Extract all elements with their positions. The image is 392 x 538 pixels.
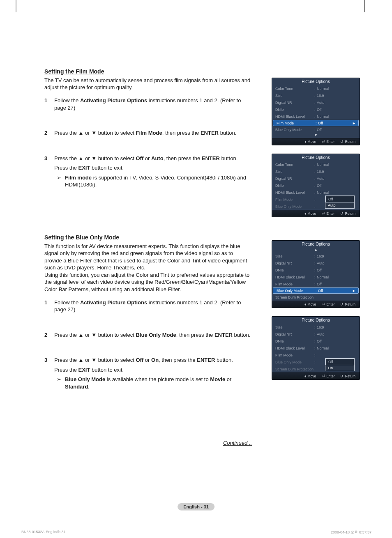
text: Press the bbox=[54, 367, 78, 373]
bold: Activating Picture Options bbox=[80, 97, 147, 103]
imprint-right: 2008-04-18 오후 8:37:37 bbox=[331, 530, 371, 535]
osd-row: Color Tone: Normal bbox=[272, 161, 360, 168]
step-a3: 3 Press the ▲ or ▼ button to select Off … bbox=[44, 155, 252, 189]
osd-row-value: Normal bbox=[317, 163, 356, 167]
osd-row: Size: 16:9 bbox=[272, 324, 360, 331]
osd-row-value: 16:9 bbox=[317, 94, 356, 98]
imprint-left: BN68-01532A-Eng.indb 31 bbox=[21, 530, 66, 535]
step-body: Follow the Activating Picture Options in… bbox=[54, 97, 252, 114]
bold: Blue Only Mode bbox=[65, 376, 105, 382]
osd-row: Film Mode:OffAuto bbox=[272, 196, 360, 203]
text: , then press the bbox=[164, 155, 202, 161]
bold: ENTER bbox=[197, 357, 215, 363]
osd-colon: : bbox=[314, 353, 317, 357]
step-number: 2 bbox=[44, 331, 54, 341]
osd-row: Size: 16:9 bbox=[272, 168, 360, 175]
step-body: Press the ▲ or ▼ button to select Off or… bbox=[54, 155, 252, 189]
text: button. bbox=[219, 130, 236, 136]
section-title-film-mode: Setting the Film Mode bbox=[44, 68, 252, 76]
osd-title: Picture Options bbox=[272, 317, 360, 324]
text: , then press the bbox=[176, 332, 214, 338]
text: . bbox=[88, 384, 90, 390]
bold: On bbox=[151, 357, 159, 363]
osd-row: Blue Only Mode:OffOn bbox=[272, 359, 360, 366]
footer-enter: ⏎ Enter bbox=[322, 374, 334, 378]
osd-row-label: Digital NR bbox=[275, 261, 314, 265]
step-body: Press the ▲ or ▼ button to select Off or… bbox=[54, 356, 252, 390]
osd-dropdown: OffAuto bbox=[325, 195, 355, 209]
osd-row-label: Screen Burn Protection bbox=[275, 367, 314, 371]
osd-row-value: Off bbox=[318, 289, 355, 293]
step-body: Press the ▲ or ▼ button to select Blue O… bbox=[54, 331, 252, 341]
osd-row-value: Normal bbox=[317, 346, 356, 350]
osd-footer: ♦ Move ⏎ Enter ↺ Return bbox=[272, 301, 360, 308]
osd-row-label: Blue Only Mode bbox=[275, 360, 314, 364]
footer-move: ♦ Move bbox=[304, 212, 316, 216]
osd-row-label: DNIe bbox=[275, 268, 314, 272]
osd-row: DNIe: Off bbox=[272, 267, 360, 274]
osd-row: DNIe: Off bbox=[272, 182, 360, 189]
osd-row-label: Digital NR bbox=[275, 177, 314, 181]
imprint-footer: BN68-01532A-Eng.indb 31 2008-04-18 오후 8:… bbox=[21, 530, 371, 535]
footer-return: ↺ Return bbox=[340, 374, 355, 378]
intro-blue-only-2: Using this function, you can adjust the … bbox=[44, 271, 252, 293]
bold: Standard bbox=[65, 384, 88, 390]
osd-dropdown-option: On bbox=[325, 365, 354, 371]
osd-row-label: Size bbox=[275, 170, 314, 174]
continued-label: Continued... bbox=[44, 439, 252, 447]
arrow-right-icon: ► bbox=[352, 289, 356, 293]
footer-move: ♦ Move bbox=[304, 140, 316, 144]
osd-row-value: Off bbox=[317, 184, 356, 188]
text: Press the ▲ or ▼ button to select bbox=[54, 155, 136, 161]
osd-row: Blue Only Mode: Off bbox=[272, 126, 360, 133]
osd-row: HDMI Black Level: Normal bbox=[272, 113, 360, 120]
step-number: 1 bbox=[44, 97, 54, 114]
bold: Movie bbox=[210, 376, 225, 382]
step-number: 3 bbox=[44, 155, 54, 189]
osd-row-label: Digital NR bbox=[275, 332, 314, 336]
osd-row-label: HDMI Black Level bbox=[275, 346, 314, 350]
osd-row-label: Size bbox=[275, 254, 314, 258]
bold: Activating Picture Options bbox=[80, 299, 147, 306]
main-column: Setting the Film Mode The TV can be set … bbox=[44, 68, 252, 447]
osd-row-value: 16:9 bbox=[317, 254, 356, 258]
bold: Off bbox=[136, 357, 143, 363]
osd-row-label: Size bbox=[275, 325, 314, 329]
osd-row: Color Tone: Normal bbox=[272, 85, 360, 92]
text: button. bbox=[233, 332, 250, 338]
osd-row: DNIe: Off bbox=[272, 338, 360, 345]
footer-enter: ⏎ Enter bbox=[322, 212, 334, 216]
footer-enter: ⏎ Enter bbox=[322, 302, 334, 306]
osd-row-value: Auto bbox=[317, 177, 356, 181]
bold: Film mode bbox=[65, 175, 92, 181]
osd-row: Digital NR: Auto bbox=[272, 99, 360, 106]
osd-title: Picture Options bbox=[272, 241, 360, 248]
osd-title: Picture Options bbox=[272, 78, 360, 85]
bold: Auto bbox=[151, 155, 164, 161]
step-number: 3 bbox=[44, 356, 54, 390]
osd-footer: ♦ Move ⏎ Enter ↺ Return bbox=[272, 138, 360, 145]
text: is available when the picture mode is se… bbox=[105, 376, 210, 382]
osd-row-value: Off bbox=[317, 282, 356, 286]
osd-row: Blue Only Mode: Off► bbox=[273, 287, 359, 294]
osd-row-value: Off bbox=[318, 121, 355, 125]
osd-dropdown: OffOn bbox=[325, 358, 355, 371]
text: or bbox=[143, 357, 151, 363]
osd-row-label: HDMI Black Level bbox=[275, 115, 314, 119]
osd-panel-3: Picture Options ▲ Size: 16:9Digital NR: … bbox=[272, 240, 360, 308]
osd-row-label: DNIe bbox=[275, 108, 314, 112]
text: Press the bbox=[54, 165, 78, 171]
osd-row-label: DNIe bbox=[275, 184, 314, 188]
osd-row-label: DNIe bbox=[275, 339, 314, 343]
osd-row-label: Digital NR bbox=[275, 101, 314, 105]
osd-row-label: Color Tone bbox=[275, 163, 314, 167]
osd-row-label: HDMI Black Level bbox=[275, 191, 314, 195]
osd-dropdown-option: Off bbox=[325, 196, 354, 202]
note-text: Blue Only Mode is available when the pic… bbox=[65, 376, 252, 390]
text: Press the ▲ or ▼ button to select bbox=[54, 130, 136, 136]
osd-row: HDMI Black Level: Normal bbox=[272, 274, 360, 280]
footer-return: ↺ Return bbox=[340, 212, 355, 216]
osd-row-value: Off bbox=[317, 339, 356, 343]
osd-colon: : bbox=[314, 198, 317, 202]
step-b2: 2 Press the ▲ or ▼ button to select Blue… bbox=[44, 331, 252, 341]
